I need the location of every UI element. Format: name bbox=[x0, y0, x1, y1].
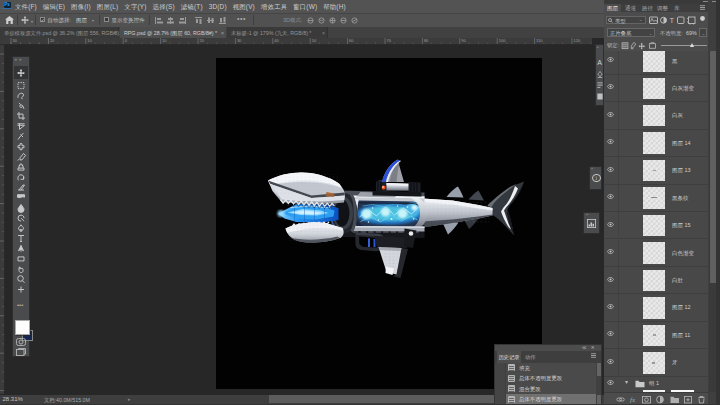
svg-text:10: 10 bbox=[162, 38, 167, 43]
svg-text:T: T bbox=[670, 16, 675, 25]
svg-text:•••: ••• bbox=[17, 302, 23, 308]
svg-text:80: 80 bbox=[424, 38, 429, 43]
svg-text:60: 60 bbox=[349, 38, 354, 43]
svg-text:40: 40 bbox=[274, 38, 279, 43]
svg-text:30: 30 bbox=[13, 38, 18, 43]
svg-text:110: 110 bbox=[536, 38, 543, 43]
svg-text:20: 20 bbox=[200, 38, 205, 43]
svg-text:20: 20 bbox=[50, 38, 55, 43]
svg-text:120: 120 bbox=[574, 38, 581, 43]
svg-text:fx: fx bbox=[630, 396, 636, 404]
svg-text:10: 10 bbox=[87, 38, 92, 43]
svg-text:0: 0 bbox=[125, 38, 128, 43]
svg-text:30: 30 bbox=[237, 38, 242, 43]
svg-text:100: 100 bbox=[499, 38, 506, 43]
svg-text:70: 70 bbox=[387, 38, 392, 43]
svg-text:90: 90 bbox=[461, 38, 466, 43]
svg-text:50: 50 bbox=[312, 38, 317, 43]
